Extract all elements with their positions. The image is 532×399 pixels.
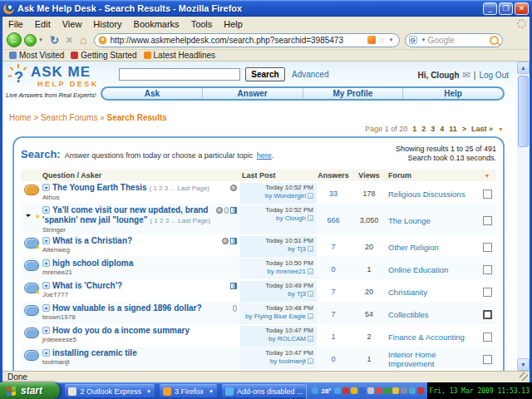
thread-select-checkbox[interactable] bbox=[483, 288, 492, 297]
multipage-links[interactable]: ( 1 2 3 ... Last Page) bbox=[150, 217, 209, 224]
asker-name[interactable]: mrenee21 bbox=[42, 268, 240, 277]
thread-title-link[interactable]: What is a Christian? bbox=[52, 236, 132, 245]
goto-last-post-icon[interactable]: › bbox=[308, 291, 313, 297]
answers-count-link[interactable]: 7 bbox=[331, 288, 335, 296]
last-post-author[interactable]: by Wondergirl› bbox=[240, 192, 313, 200]
back-button[interactable]: ← bbox=[7, 32, 22, 47]
first-new-post-icon[interactable]: ▾ bbox=[42, 282, 50, 289]
thread-title-link[interactable]: What is 'Church'? bbox=[52, 281, 122, 290]
first-new-post-icon[interactable]: ▾ bbox=[42, 327, 50, 334]
taskbar-button-outlook-express[interactable]: 2 Outlook Express▼ bbox=[65, 384, 155, 397]
forum-link[interactable]: The Lounge bbox=[388, 215, 431, 225]
goto-last-post-icon[interactable]: › bbox=[308, 246, 313, 252]
page-link-11[interactable]: 11 bbox=[449, 125, 457, 133]
asker-name[interactable]: Stringer bbox=[42, 226, 240, 234]
bookmark-most-visited[interactable]: Most Visited bbox=[9, 51, 64, 60]
last-post-author[interactable]: by Tj3› bbox=[240, 245, 313, 254]
asker-name[interactable]: Altenweg bbox=[42, 246, 240, 254]
menu-edit[interactable]: Edit bbox=[29, 18, 57, 30]
breadcrumb-search-forums[interactable]: Search Forums bbox=[41, 113, 97, 122]
nav-tab-help[interactable]: Help bbox=[403, 88, 503, 99]
forum-link[interactable]: Other Religion bbox=[388, 242, 439, 252]
menu-tools[interactable]: Tools bbox=[185, 18, 219, 30]
goto-last-post-icon[interactable]: › bbox=[308, 358, 313, 364]
first-new-post-icon[interactable]: ▾ bbox=[42, 259, 50, 267]
url-dropdown-icon[interactable]: ▼ bbox=[389, 37, 394, 42]
last-post-author[interactable]: by mrenee21› bbox=[240, 268, 313, 276]
scroll-down-icon[interactable]: ▼ bbox=[517, 358, 530, 371]
first-new-post-icon[interactable]: ▾ bbox=[42, 237, 50, 244]
tray-weather-icon[interactable] bbox=[312, 387, 318, 394]
thread-select-checkbox[interactable] bbox=[483, 216, 492, 225]
reload-button[interactable]: ↻ bbox=[50, 34, 59, 47]
magnifier-icon[interactable] bbox=[490, 36, 499, 45]
tray-icon[interactable] bbox=[384, 387, 391, 394]
thread-title-link[interactable]: installing ceramic tile bbox=[52, 348, 137, 357]
engine-dropdown-icon[interactable]: ▼ bbox=[421, 37, 426, 42]
column-views[interactable]: Views bbox=[350, 171, 388, 180]
stop-button[interactable]: ✕ bbox=[66, 35, 73, 46]
answers-count-link[interactable]: 0 bbox=[331, 265, 335, 273]
multipage-links[interactable]: ( 1 2 3 ... Last Page) bbox=[150, 185, 209, 192]
asker-name[interactable]: Athos bbox=[42, 194, 240, 202]
advanced-search-link[interactable]: Advanced bbox=[292, 70, 328, 79]
asker-name[interactable]: jrdeweese5 bbox=[42, 336, 240, 344]
thread-select-checkbox[interactable] bbox=[483, 310, 492, 319]
answers-count-link[interactable]: 7 bbox=[331, 243, 335, 251]
thread-select-checkbox[interactable] bbox=[483, 355, 492, 364]
google-engine-icon[interactable]: G bbox=[409, 36, 417, 44]
scrollbar-thumb[interactable] bbox=[518, 76, 529, 147]
menu-history[interactable]: History bbox=[87, 18, 127, 30]
answers-count-link[interactable]: 33 bbox=[329, 190, 337, 198]
answers-count-link[interactable]: 0 bbox=[331, 355, 335, 363]
bookmark-star-icon[interactable]: ☆ bbox=[378, 36, 386, 45]
menu-bookmarks[interactable]: Bookmarks bbox=[128, 18, 185, 30]
breadcrumb-home[interactable]: Home bbox=[9, 113, 32, 122]
last-post-author[interactable]: by Tj3› bbox=[240, 290, 313, 298]
tray-icon[interactable] bbox=[401, 387, 407, 394]
bookmark-getting-started[interactable]: Getting Started bbox=[71, 51, 136, 60]
page-link-2[interactable]: 2 bbox=[421, 125, 426, 133]
pagination-dropdown-icon[interactable]: ▼ bbox=[498, 126, 504, 132]
maximize-button[interactable]: ❐ bbox=[499, 2, 513, 15]
site-search-input[interactable] bbox=[119, 68, 240, 81]
logo-text-askme[interactable]: ASK ME bbox=[31, 64, 91, 81]
tray-icon[interactable] bbox=[409, 387, 416, 394]
tray-icon[interactable] bbox=[367, 387, 374, 394]
thread-title-link[interactable]: high school diploma bbox=[52, 259, 133, 268]
answers-count-link[interactable]: 666 bbox=[327, 216, 339, 224]
minimize-button[interactable]: _ bbox=[483, 2, 497, 15]
goto-last-post-icon[interactable]: › bbox=[308, 193, 313, 199]
tray-icon[interactable] bbox=[359, 387, 366, 394]
home-button[interactable]: ⌂ bbox=[80, 33, 86, 47]
url-text[interactable]: http://www.askmehelpdesk.com/search.php?… bbox=[111, 36, 367, 45]
forum-link[interactable]: Collectibles bbox=[388, 309, 429, 319]
page-link-1[interactable]: 1 bbox=[412, 125, 416, 133]
here-link[interactable]: here bbox=[257, 151, 272, 160]
group-dropdown-icon[interactable]: ▼ bbox=[146, 389, 151, 394]
thread-title-link[interactable]: How do you do a income summary bbox=[52, 326, 190, 335]
site-search-button[interactable]: Search bbox=[245, 67, 285, 81]
logout-link[interactable]: Log Out bbox=[479, 71, 509, 80]
menu-help[interactable]: Help bbox=[218, 18, 249, 30]
forum-link[interactable]: Interior Home Improvement bbox=[388, 349, 478, 368]
logo-text-helpdesk[interactable]: HELP DESK bbox=[37, 80, 99, 88]
asker-name[interactable]: toolmanjt bbox=[42, 358, 240, 367]
asker-name[interactable]: brown1978 bbox=[42, 313, 240, 322]
vertical-scrollbar[interactable]: ▲ ▼ bbox=[517, 62, 530, 371]
goto-last-post-icon[interactable]: › bbox=[308, 215, 313, 221]
goto-last-post-icon[interactable]: › bbox=[308, 268, 313, 274]
first-new-post-icon[interactable]: ▾ bbox=[42, 206, 50, 214]
forum-link[interactable]: Online Education bbox=[388, 264, 448, 274]
thread-select-checkbox[interactable] bbox=[483, 190, 492, 199]
nav-tab-answer[interactable]: Answer bbox=[203, 88, 303, 99]
forward-button[interactable]: → bbox=[24, 34, 37, 47]
page-link-4[interactable]: 4 bbox=[440, 125, 444, 133]
thread-select-checkbox[interactable] bbox=[483, 332, 492, 342]
taskbar-button-firefox[interactable]: 3 Firefox▼ bbox=[160, 384, 217, 397]
thread-select-checkbox[interactable] bbox=[483, 265, 492, 274]
forum-link[interactable]: Finance & Accounting bbox=[388, 332, 465, 342]
pagination-next[interactable]: > bbox=[462, 125, 466, 133]
goto-last-post-icon[interactable]: › bbox=[308, 313, 313, 319]
history-dropdown-icon[interactable]: ▼ bbox=[38, 37, 43, 42]
